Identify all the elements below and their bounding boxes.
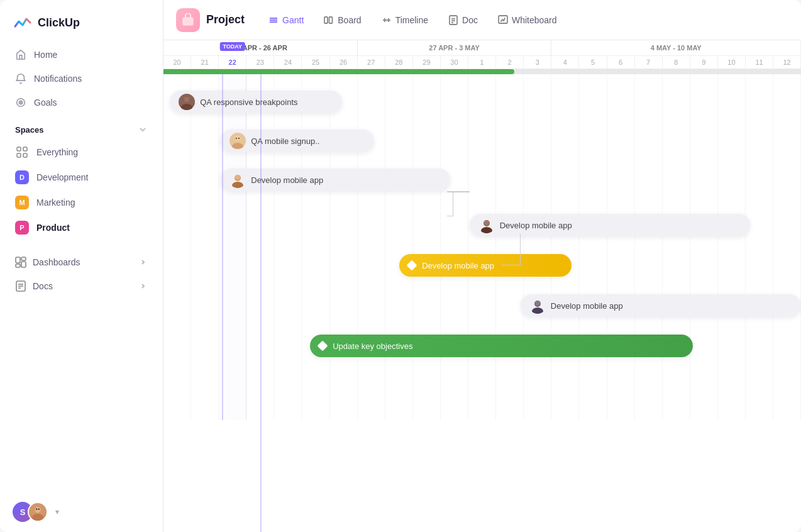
svg-point-45: [235, 175, 240, 180]
day-21: 21: [191, 56, 219, 69]
svg-rect-4: [23, 147, 27, 151]
grid-icon: [15, 145, 29, 159]
task-row-1[interactable]: QA responsive breakpoints: [163, 87, 801, 117]
docs-chevron-icon: [139, 282, 148, 291]
timeline-icon: [382, 15, 392, 25]
docs-icon: [15, 280, 26, 292]
task-row-6[interactable]: Develop mobile app: [163, 291, 801, 321]
sidebar-item-dashboards[interactable]: Dashboards: [8, 250, 155, 274]
sidebar-item-notifications[interactable]: Notifications: [8, 67, 155, 91]
home-icon: [15, 49, 26, 60]
timeline-weeks: 20 APR - 26 APR 27 APR - 3 MAY 4 MAY - 1…: [163, 40, 801, 56]
svg-point-47: [481, 227, 492, 233]
task-label-5: Develop mobile app: [422, 261, 494, 270]
product-label: Product: [36, 223, 70, 233]
development-label: Development: [36, 172, 89, 182]
week-1: 20 APR - 26 APR: [163, 40, 358, 55]
day-3: 3: [524, 56, 551, 69]
task-area: QA responsive breakpoints QA mobile sign…: [163, 74, 801, 420]
svg-rect-7: [16, 257, 20, 263]
task-bar-6[interactable]: Develop mobile app: [521, 294, 801, 317]
sidebar-item-development[interactable]: D Development: [0, 165, 163, 190]
task-avatar-1: [179, 94, 195, 110]
connector-2: [447, 191, 469, 192]
gantt-body[interactable]: QA responsive breakpoints QA mobile sign…: [163, 74, 801, 420]
svg-rect-25: [324, 17, 328, 23]
sidebar-item-docs[interactable]: Docs: [8, 274, 155, 298]
svg-rect-26: [329, 17, 333, 23]
task-bar-1[interactable]: QA responsive breakpoints: [170, 91, 342, 113]
tab-board[interactable]: Board: [315, 10, 370, 30]
tab-whiteboard-label: Whiteboard: [512, 15, 557, 25]
svg-point-50: [532, 308, 543, 314]
svg-point-18: [36, 508, 37, 510]
today-line: [260, 74, 262, 532]
day-8: 8: [663, 56, 690, 69]
task-row-5[interactable]: Develop mobile app: [163, 250, 801, 280]
sidebar-item-everything[interactable]: Everything: [0, 140, 163, 165]
tab-whiteboard[interactable]: Whiteboard: [489, 10, 566, 30]
day-26: 26: [330, 56, 358, 69]
main-content: Project Gantt Board: [163, 0, 801, 532]
day-25: 25: [302, 56, 329, 69]
goals-label: Goals: [34, 97, 57, 108]
sidebar-item-goals[interactable]: Goals: [8, 91, 155, 114]
progress-fill: [163, 69, 514, 74]
project-box-icon: [181, 13, 195, 27]
week-3: 4 MAY - 10 MAY: [551, 40, 801, 55]
svg-point-51: [535, 301, 540, 306]
task-row-7[interactable]: Update key objectives: [163, 331, 801, 361]
task-row-3[interactable]: Develop mobile app: [163, 165, 801, 195]
day-5: 5: [579, 56, 607, 69]
dashboards-icon: [15, 257, 26, 268]
doc-icon: [448, 15, 458, 25]
task-bar-5[interactable]: Develop mobile app: [399, 254, 572, 277]
svg-point-44: [232, 182, 243, 188]
sidebar-item-marketing[interactable]: M Marketing: [0, 190, 163, 215]
svg-rect-6: [23, 153, 27, 157]
task-label-6: Develop mobile app: [551, 301, 623, 311]
task-label-4: Develop mobile app: [500, 221, 572, 230]
target-icon: [15, 97, 26, 108]
svg-point-39: [232, 143, 243, 149]
task-bar-3[interactable]: Develop mobile app: [221, 169, 450, 191]
sidebar-item-home[interactable]: Home: [8, 43, 155, 67]
progress-bar: [163, 69, 801, 74]
svg-rect-3: [17, 147, 21, 151]
today-label: TODAY: [219, 42, 245, 51]
header: Project Gantt Board: [163, 0, 801, 40]
task-row-2[interactable]: QA mobile signup..: [163, 126, 801, 156]
tab-timeline[interactable]: Timeline: [373, 10, 437, 30]
day-9: 9: [690, 56, 718, 69]
user-area[interactable]: S ▾: [0, 492, 163, 532]
tab-doc[interactable]: Doc: [439, 10, 487, 30]
timeline-header: 20 APR - 26 APR 27 APR - 3 MAY 4 MAY - 1…: [163, 40, 801, 69]
svg-point-17: [35, 507, 41, 513]
svg-rect-9: [16, 264, 20, 267]
logo-area: ClickUp: [0, 0, 163, 43]
tab-timeline-label: Timeline: [395, 15, 428, 25]
product-badge: P: [15, 221, 29, 235]
sidebar: ClickUp Home Notifications Goals: [0, 0, 163, 532]
whiteboard-icon: [498, 15, 508, 25]
task-bar-2[interactable]: QA mobile signup..: [221, 130, 373, 152]
svg-point-16: [32, 514, 43, 521]
chevron-down-icon[interactable]: [138, 125, 148, 135]
svg-point-37: [184, 97, 189, 102]
svg-rect-5: [17, 153, 21, 157]
day-2: 2: [496, 56, 524, 69]
marketing-label: Marketing: [36, 197, 75, 208]
day-22-today: TODAY 22: [219, 56, 246, 69]
tab-gantt-label: Gantt: [282, 15, 304, 25]
home-label: Home: [34, 50, 57, 60]
task-bar-4[interactable]: Develop mobile app: [470, 214, 750, 236]
clickup-logo-icon: [13, 13, 33, 33]
task-bar-7[interactable]: Update key objectives: [310, 335, 692, 357]
day-7: 7: [635, 56, 663, 69]
spaces-section-header: Spaces: [0, 114, 163, 140]
day-12: 12: [773, 56, 801, 69]
task-row-4[interactable]: Develop mobile app: [163, 210, 801, 240]
svg-point-48: [484, 220, 489, 225]
tab-gantt[interactable]: Gantt: [260, 10, 312, 30]
sidebar-item-product[interactable]: P Product: [0, 215, 163, 240]
